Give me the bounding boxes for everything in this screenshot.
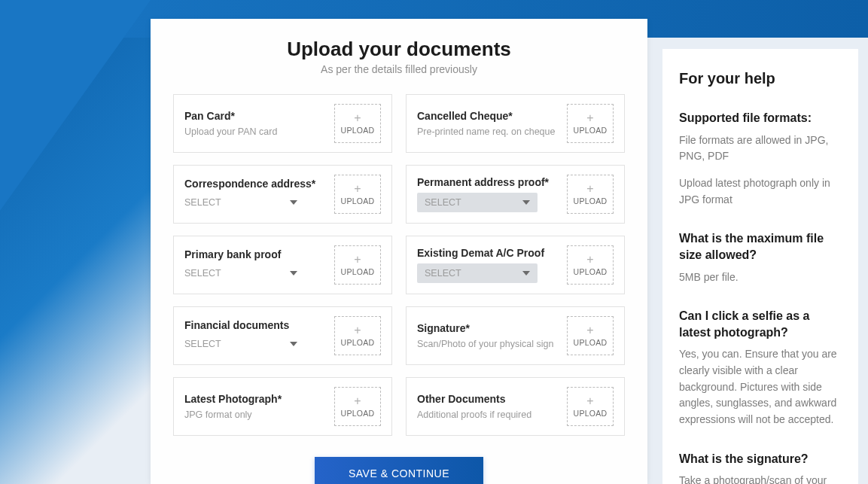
upload-button-signature[interactable]: + UPLOAD [567,316,614,355]
select-demat[interactable]: SELECT [417,263,538,283]
doc-hint-signature: Scan/Photo of your physical sign [417,339,567,349]
help-question: What is the maximum file size allowed? [679,230,843,263]
doc-label-permanent: Permanent address proof* [417,176,567,188]
help-question: Supported file formats: [679,110,843,126]
doc-hint-pan: Upload your PAN card [184,126,334,137]
doc-label-bank: Primary bank proof [184,248,334,260]
help-title: For your help [679,70,843,87]
doc-card-correspondence: Correspondence address* SELECT + UPLOAD [173,165,392,224]
upload-button-pan[interactable]: + UPLOAD [334,104,381,143]
doc-card-other: Other Documents Additional proofs if req… [406,377,625,436]
plus-icon: + [586,254,593,266]
upload-button-correspondence[interactable]: + UPLOAD [334,175,381,214]
upload-label: UPLOAD [341,338,375,347]
upload-label: UPLOAD [574,409,608,418]
plus-icon: + [586,183,593,195]
help-section-selfie: Can I click a selfie as a latest photogr… [679,308,843,428]
upload-button-permanent[interactable]: + UPLOAD [567,175,614,214]
doc-card-demat: Existing Demat A/C Proof SELECT + UPLOAD [406,236,625,294]
upload-label: UPLOAD [574,338,608,347]
select-placeholder: SELECT [184,339,221,349]
page-title: Upload your documents [173,38,625,61]
plus-icon: + [354,112,361,124]
help-question: What is the signature? [679,451,843,467]
doc-label-other: Other Documents [417,393,567,405]
plus-icon: + [586,324,593,336]
select-financial[interactable]: SELECT [184,336,297,352]
upload-label: UPLOAD [341,267,375,276]
doc-card-permanent: Permanent address proof* SELECT + UPLOAD [406,165,625,224]
upload-button-other[interactable]: + UPLOAD [567,387,614,426]
upload-button-demat[interactable]: + UPLOAD [567,245,614,285]
chevron-down-icon [522,271,530,275]
doc-label-photo: Latest Photograph* [184,393,334,405]
upload-label: UPLOAD [574,267,608,276]
select-correspondence[interactable]: SELECT [184,194,297,211]
doc-label-financial: Financial documents [184,319,334,331]
upload-label: UPLOAD [341,196,375,205]
chevron-down-icon [522,200,530,205]
doc-card-bank: Primary bank proof SELECT + UPLOAD [173,236,392,294]
doc-label-signature: Signature* [417,322,567,334]
select-permanent[interactable]: SELECT [417,193,538,212]
help-question: Can I click a selfie as a latest photogr… [679,308,843,340]
doc-hint-other: Additional proofs if required [417,409,567,420]
page-subtitle: As per the details filled previously [173,63,625,75]
plus-icon: + [586,395,593,407]
doc-card-photo: Latest Photograph* JPG format only + UPL… [173,377,392,436]
doc-label-demat: Existing Demat A/C Proof [417,247,567,259]
plus-icon: + [354,183,361,195]
doc-label-pan: Pan Card* [184,110,334,122]
doc-card-cheque: Cancelled Cheque* Pre-printed name req. … [406,94,625,153]
chevron-down-icon [290,271,297,275]
upload-form-panel: Upload your documents As per the details… [151,19,647,484]
upload-button-bank[interactable]: + UPLOAD [334,245,381,285]
help-section-size: What is the maximum file size allowed? 5… [679,230,843,285]
help-panel: For your help Supported file formats: Fi… [662,49,858,484]
plus-icon: + [354,395,361,407]
doc-card-pan: Pan Card* Upload your PAN card + UPLOAD [173,94,392,153]
upload-label: UPLOAD [574,126,608,135]
help-answer: Upload latest photograph only in JPG for… [679,175,843,208]
doc-card-signature: Signature* Scan/Photo of your physical s… [406,306,625,365]
doc-hint-photo: JPG format only [184,409,334,420]
select-placeholder: SELECT [425,197,461,208]
upload-button-financial[interactable]: + UPLOAD [334,316,381,355]
plus-icon: + [354,254,361,266]
help-answer: Yes, you can. Ensure that you are clearl… [679,346,843,428]
help-answer: 5MB per file. [679,269,843,286]
help-answer: File formats are allowed in JPG, PNG, PD… [679,132,843,165]
upload-label: UPLOAD [341,126,375,135]
upload-button-photo[interactable]: + UPLOAD [334,387,381,426]
upload-label: UPLOAD [574,196,608,205]
select-bank[interactable]: SELECT [184,265,297,282]
help-answer: Take a photograph/scan of your [679,473,843,484]
upload-label: UPLOAD [341,409,375,418]
doc-hint-cheque: Pre-printed name req. on cheque [417,126,567,137]
plus-icon: + [354,324,361,336]
save-continue-button[interactable]: SAVE & CONTINUE [315,457,483,484]
select-placeholder: SELECT [184,268,221,279]
select-placeholder: SELECT [425,268,461,279]
chevron-down-icon [290,342,297,346]
doc-card-financial: Financial documents SELECT + UPLOAD [173,306,392,365]
upload-button-cheque[interactable]: + UPLOAD [567,104,614,143]
help-section-formats: Supported file formats: File formats are… [679,110,843,208]
doc-label-cheque: Cancelled Cheque* [417,110,567,122]
doc-label-correspondence: Correspondence address* [184,178,334,190]
chevron-down-icon [290,200,297,205]
plus-icon: + [586,112,593,124]
select-placeholder: SELECT [184,197,221,208]
help-section-signature: What is the signature? Take a photograph… [679,451,843,484]
